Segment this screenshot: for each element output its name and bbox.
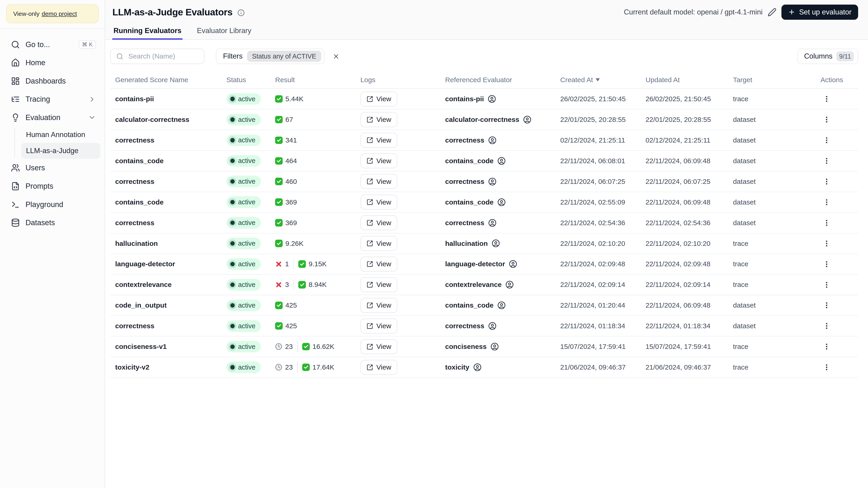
- demo-project-link[interactable]: demo project: [42, 10, 77, 18]
- row-actions-menu[interactable]: [820, 196, 833, 208]
- error-count: 3: [275, 281, 289, 289]
- column-header-referenced-evaluator[interactable]: Referenced Evaluator: [445, 76, 560, 84]
- referenced-evaluator[interactable]: correctness: [445, 177, 560, 186]
- clear-filters-button[interactable]: [331, 51, 341, 62]
- search-input[interactable]: [127, 52, 199, 61]
- row-actions-menu[interactable]: [820, 340, 833, 353]
- table-row[interactable]: toxicity-v2 active 2317.64K View toxicit…: [110, 357, 858, 378]
- sidebar-item-prompts[interactable]: Prompts: [4, 177, 100, 195]
- info-icon[interactable]: [238, 9, 245, 16]
- updated-at: 22/11/2024, 02:09:14: [646, 281, 733, 289]
- table-row[interactable]: correctness active 341 View correctness …: [110, 130, 858, 151]
- edit-model-button[interactable]: [768, 8, 777, 17]
- referenced-evaluator[interactable]: contextrelevance: [445, 281, 560, 289]
- pass-count: 5.44K: [275, 95, 303, 103]
- referenced-evaluator[interactable]: contains_code: [445, 157, 560, 165]
- sidebar-item-evaluation[interactable]: Evaluation: [4, 108, 100, 127]
- referenced-evaluator[interactable]: correctness: [445, 322, 560, 330]
- row-actions-menu[interactable]: [820, 361, 833, 373]
- sidebar-item-playground[interactable]: Playground: [4, 195, 100, 214]
- view-logs-button[interactable]: View: [361, 215, 397, 230]
- sidebar-item-go-to[interactable]: Go to...⌘ K: [4, 35, 100, 54]
- view-logs-button[interactable]: View: [361, 298, 397, 313]
- table-header-row: Generated Score NameStatusResultLogsRefe…: [110, 71, 858, 89]
- tab-evaluator-library[interactable]: Evaluator Library: [196, 24, 252, 39]
- view-logs-button[interactable]: View: [361, 174, 397, 189]
- row-actions-menu[interactable]: [820, 113, 833, 126]
- table-row[interactable]: contains_code active 464 View contains_c…: [110, 151, 858, 171]
- table-row[interactable]: calculator-correctness active 67 View ca…: [110, 109, 858, 130]
- view-logs-button[interactable]: View: [361, 153, 397, 168]
- view-logs-button[interactable]: View: [361, 319, 397, 333]
- table-row[interactable]: conciseness-v1 active 2316.62K View conc…: [110, 336, 858, 357]
- row-actions-menu[interactable]: [820, 258, 833, 270]
- referenced-evaluator[interactable]: correctness: [445, 219, 560, 227]
- status-dot-icon: [230, 283, 235, 287]
- referenced-evaluator[interactable]: language-detector: [445, 260, 560, 268]
- view-logs-button[interactable]: View: [361, 133, 397, 148]
- view-logs-button[interactable]: View: [361, 277, 397, 292]
- referenced-evaluator[interactable]: hallucination: [445, 239, 560, 248]
- table-row[interactable]: contextrelevance active 38.94K View cont…: [110, 274, 858, 295]
- status-badge: active: [226, 114, 261, 126]
- filters-button[interactable]: Filters Status any of ACTIVE: [216, 48, 324, 64]
- referenced-evaluator[interactable]: calculator-correctness: [445, 116, 560, 124]
- created-at: 22/11/2024, 02:09:14: [560, 281, 646, 289]
- view-logs-button[interactable]: View: [361, 195, 397, 209]
- target: trace: [733, 363, 820, 371]
- column-header-status[interactable]: Status: [226, 76, 275, 84]
- sidebar-item-human-annotation[interactable]: Human Annotation: [21, 127, 100, 143]
- row-actions-menu[interactable]: [820, 320, 833, 332]
- sidebar-item-datasets[interactable]: Datasets: [4, 214, 100, 232]
- view-logs-button[interactable]: View: [361, 339, 397, 354]
- column-header-updated-at[interactable]: Updated At: [646, 76, 733, 84]
- column-header-generated-score-name[interactable]: Generated Score Name: [115, 76, 226, 84]
- table-row[interactable]: hallucination active 9.26K View hallucin…: [110, 233, 858, 254]
- sidebar-item-llm-as-a-judge[interactable]: LLM-as-a-Judge: [21, 143, 100, 159]
- row-actions-menu[interactable]: [820, 175, 833, 188]
- sidebar-item-users[interactable]: Users: [4, 159, 100, 177]
- row-actions-menu[interactable]: [820, 299, 833, 312]
- view-logs-button[interactable]: View: [361, 112, 397, 127]
- row-actions-menu[interactable]: [820, 134, 833, 146]
- column-header-created-at[interactable]: Created At: [560, 76, 646, 84]
- status-dot-icon: [230, 303, 235, 307]
- referenced-evaluator[interactable]: toxicity: [445, 363, 560, 371]
- sidebar-item-home[interactable]: Home: [4, 54, 100, 72]
- referenced-evaluator[interactable]: conciseness: [445, 343, 560, 351]
- table-row[interactable]: contains-pii active 5.44K View contains-…: [110, 89, 858, 109]
- column-header-logs[interactable]: Logs: [361, 76, 445, 84]
- tab-running-evaluators[interactable]: Running Evaluators: [112, 24, 183, 39]
- referenced-evaluator[interactable]: correctness: [445, 136, 560, 144]
- table-row[interactable]: contains_code active 369 View contains_c…: [110, 192, 858, 213]
- row-actions-menu[interactable]: [820, 279, 833, 291]
- view-logs-button[interactable]: View: [361, 236, 397, 251]
- table-row[interactable]: correctness active 425 View correctness …: [110, 316, 858, 336]
- filter-chip-status[interactable]: Status any of ACTIVE: [247, 51, 321, 62]
- column-header-target[interactable]: Target: [733, 76, 820, 84]
- table-row[interactable]: correctness active 460 View correctness …: [110, 171, 858, 192]
- table-row[interactable]: code_in_output active 425 View contains_…: [110, 295, 858, 316]
- row-actions-menu[interactable]: [820, 155, 833, 167]
- row-actions-menu[interactable]: [820, 217, 833, 229]
- table-row[interactable]: correctness active 369 View correctness …: [110, 213, 858, 233]
- setup-evaluator-button[interactable]: Set up evaluator: [781, 5, 858, 20]
- user-circle-icon: [497, 157, 506, 165]
- sidebar-item-tracing[interactable]: Tracing: [4, 90, 100, 108]
- row-actions-menu[interactable]: [820, 237, 833, 250]
- view-logs-button[interactable]: View: [361, 92, 397, 106]
- columns-button[interactable]: Columns 9/11: [798, 48, 858, 64]
- column-header-result[interactable]: Result: [275, 76, 360, 84]
- referenced-evaluator[interactable]: contains_code: [445, 198, 560, 206]
- search-box: [110, 48, 205, 64]
- status-dot-icon: [230, 117, 235, 122]
- referenced-evaluator[interactable]: contains_code: [445, 301, 560, 310]
- check-icon: [302, 364, 310, 371]
- table-row[interactable]: language-detector active 19.15K View lan…: [110, 254, 858, 275]
- row-actions-menu[interactable]: [820, 93, 833, 105]
- sidebar-item-dashboards[interactable]: Dashboards: [4, 72, 100, 90]
- view-logs-button[interactable]: View: [361, 257, 397, 271]
- column-header-actions[interactable]: Actions: [820, 76, 858, 84]
- referenced-evaluator[interactable]: contains-pii: [445, 95, 560, 103]
- view-logs-button[interactable]: View: [361, 360, 397, 375]
